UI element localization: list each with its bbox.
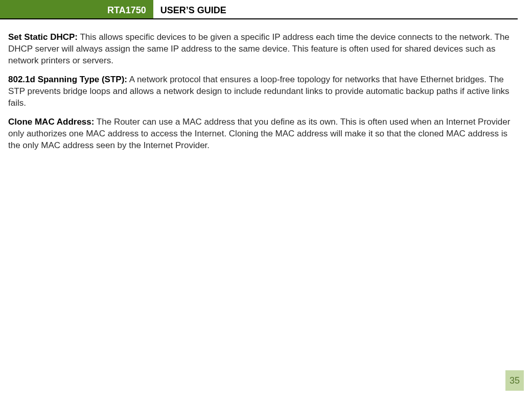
page-number: 35: [505, 370, 524, 391]
header-green-stripe: [0, 0, 100, 18]
paragraph-stp: 802.1d Spanning Type (STP): A network pr…: [8, 74, 518, 109]
page-header: RTA1750 USER’S GUIDE: [0, 0, 518, 19]
body-static-dhcp: This allows specific devices to be given…: [8, 32, 510, 65]
header-title: USER’S GUIDE: [153, 0, 234, 18]
header-model: RTA1750: [100, 0, 153, 18]
term-clone-mac: Clone MAC Address:: [8, 117, 94, 127]
paragraph-static-dhcp: Set Static DHCP: This allows specific de…: [8, 32, 518, 67]
term-stp: 802.1d Spanning Type (STP):: [8, 75, 127, 84]
paragraph-clone-mac: Clone MAC Address: The Router can use a …: [8, 116, 518, 152]
page-content: Set Static DHCP: This allows specific de…: [0, 19, 532, 151]
term-static-dhcp: Set Static DHCP:: [8, 32, 78, 42]
